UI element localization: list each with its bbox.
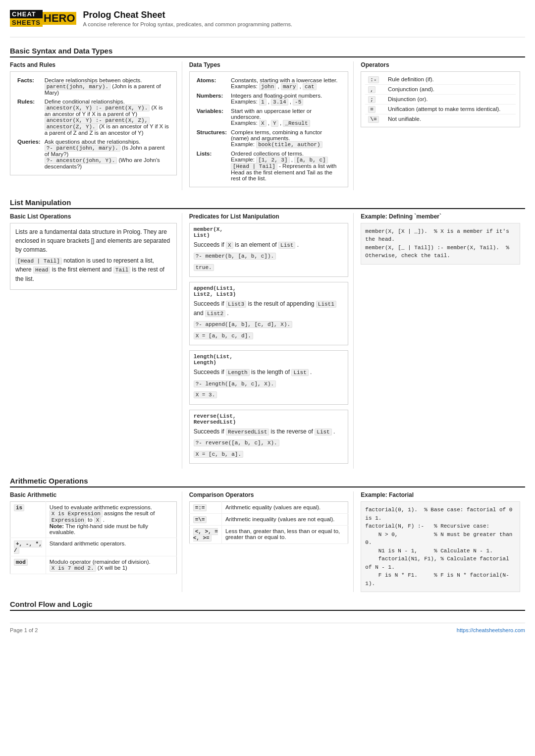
- table-row: +, -, *,/ Standard arithmetic operators.: [10, 538, 177, 556]
- op-desc: Rule definition (if).: [385, 75, 516, 85]
- page-footer: Page 1 of 2 https://cheatsheetshero.com: [10, 623, 525, 633]
- table-row: Numbers: Integers and floating-point num…: [195, 91, 343, 107]
- facts-rules-col: Facts and Rules Facts: Declare relations…: [10, 61, 182, 190]
- member-name: member(X,List): [194, 226, 344, 238]
- length-ex2: X = 3.: [194, 390, 344, 399]
- comparison-table: =:= Arithmetic equality (values are equa…: [189, 501, 349, 544]
- op-desc: Unification (attempt to make terms ident…: [385, 104, 516, 114]
- table-row: Rules: Define conditional relationships.…: [15, 97, 171, 137]
- op-sym: \=: [365, 114, 385, 124]
- comparison-title: Comparison Operators: [189, 491, 349, 498]
- rules-label: Rules:: [15, 97, 43, 137]
- basic-syntax-title: Basic Syntax and Data Types: [10, 47, 525, 57]
- arith-cols: Basic Arithmetic is Used to evaluate ari…: [10, 491, 525, 592]
- member-example-code: member(X, [X | _]). % X is a member if i…: [361, 223, 520, 265]
- operators-table: :- Rule definition (if). , Conjunction (…: [365, 75, 516, 124]
- logo-hero: HERO: [43, 12, 76, 25]
- lists-ex2: [Head | Tail]: [231, 163, 277, 170]
- facts-rules-title: Facts and Rules: [10, 61, 177, 68]
- member-pred: member(X,List) Succeeds if X is an eleme…: [189, 223, 349, 277]
- structures-label: Structures:: [195, 128, 229, 149]
- control-flow-title: Control Flow and Logic: [10, 600, 525, 611]
- basic-list-ops-title: Basic List Operations: [10, 213, 177, 220]
- table-row: ; Disjunction (or).: [365, 94, 516, 104]
- table-row: \= Not unifiable.: [365, 114, 516, 124]
- table-row: =\= Arithmetic inequality (values are no…: [189, 514, 348, 526]
- atoms-ex: Examples: john , mary , cat: [231, 83, 317, 89]
- queries-content: Ask questions about the relationships. ?…: [43, 137, 171, 171]
- op-desc: Not unifiable.: [385, 114, 516, 124]
- member-ex1: ?- member(b, [a, b, c]).: [194, 251, 344, 261]
- arithmetic-title: Arithmetic Operations: [10, 477, 525, 487]
- reverse-ex2: X = [c, b, a].: [194, 449, 344, 459]
- page-number: Page 1 of 2: [10, 627, 38, 633]
- mod-desc: Modulo operator (remainder of division).…: [46, 556, 176, 574]
- logo: CHEAT SHEETS HERO: [10, 10, 76, 27]
- neq-op: =\=: [189, 514, 221, 526]
- length-pred: length(List,Length) Succeeds if Length i…: [189, 350, 349, 405]
- structures-content: Complex terms, combining a functor (name…: [229, 128, 343, 149]
- append-desc: Succeeds if List3 is the result of appen…: [194, 299, 344, 318]
- op-desc: Conjunction (and).: [385, 84, 516, 94]
- variables-label: Variables:: [195, 107, 229, 128]
- member-example-title: Example: Defining `member`: [361, 213, 520, 220]
- numbers-content: Integers and floating-point numbers. Exa…: [229, 91, 343, 107]
- reverse-desc: Succeeds if ReversedList is the reverse …: [194, 427, 344, 436]
- page-header: CHEAT SHEETS HERO Prolog Cheat Sheet A c…: [10, 10, 525, 38]
- basic-arith-title: Basic Arithmetic: [10, 491, 177, 498]
- basic-list-desc2: [Head | Tail] notation is used to repres…: [15, 256, 171, 283]
- append-ex2: X = [a, b, c, d].: [194, 331, 344, 340]
- table-row: Facts: Declare relationships between obj…: [15, 76, 171, 97]
- length-ex1: ?- length([a, b, c], X).: [194, 379, 344, 388]
- list-predicates-col: Predicates for List Manipulation member(…: [182, 213, 354, 469]
- table-row: is Used to evaluate arithmetic expressio…: [10, 502, 177, 538]
- queries-ex2: ?- ancestor(john, Y).: [45, 157, 117, 164]
- facts-desc: Declare relationships between objects.: [45, 77, 142, 83]
- table-row: :- Rule definition (if).: [365, 75, 516, 85]
- rules-ex1: ancestor(X, Y) :- parent(X, Y).: [45, 105, 150, 111]
- reverse-pred: reverse(List,ReversedList) Succeeds if R…: [189, 410, 349, 464]
- list-manip-cols: Basic List Operations Lists are a fundam…: [10, 213, 525, 469]
- queries-ex1: ?- parent(john, mary).: [45, 145, 120, 152]
- queries-label: Queries:: [15, 137, 43, 171]
- member-desc: Succeeds if X is an element of List .: [194, 240, 344, 250]
- basic-list-ops-box: Lists are a fundamental data structure i…: [10, 223, 177, 290]
- table-row: Atoms: Constants, starting with a lowerc…: [195, 76, 343, 91]
- table-row: Queries: Ask questions about the relatio…: [15, 137, 171, 171]
- neq-desc: Arithmetic inequality (values are not eq…: [221, 514, 348, 526]
- op-sym: =: [365, 104, 385, 114]
- logo-cheat: CHEAT: [10, 10, 43, 18]
- basic-list-ops-col: Basic List Operations Lists are a fundam…: [10, 213, 182, 469]
- table-row: , Conjunction (and).: [365, 84, 516, 94]
- factorial-code: factorial(0, 1). % Base case: factorial …: [361, 501, 520, 592]
- cmp-desc: Less than, greater than, less than or eq…: [221, 526, 348, 544]
- numbers-desc: Integers and floating-point numbers.: [231, 93, 322, 99]
- lists-content: Ordered collections of terms. Example: […: [229, 149, 343, 183]
- is-op: is: [10, 502, 46, 538]
- table-row: Structures: Complex terms, combining a f…: [195, 128, 343, 149]
- header-text: Prolog Cheat Sheet A concise reference f…: [83, 10, 293, 31]
- op-sym: ;: [365, 94, 385, 104]
- data-types-col: Data Types Atoms: Constants, starting wi…: [182, 61, 354, 190]
- is-desc: Used to evaluate arithmetic expressions.…: [46, 502, 176, 538]
- lists-ex1: Example: [1, 2, 3] , [a, b, c]: [231, 157, 328, 162]
- facts-rules-box: Facts: Declare relationships between obj…: [10, 71, 177, 175]
- structures-desc: Complex terms, combining a functor (name…: [231, 129, 322, 141]
- arith-ops: +, -, *,/: [10, 538, 46, 556]
- rules-content: Define conditional relationships. ancest…: [43, 97, 171, 137]
- variables-desc: Start with an uppercase letter or unders…: [231, 108, 312, 120]
- mod-op: mod: [10, 556, 46, 574]
- append-ex1: ?- append([a, b], [c, d], X).: [194, 320, 344, 329]
- reverse-name: reverse(List,ReversedList): [194, 413, 344, 425]
- basic-arith-col: Basic Arithmetic is Used to evaluate ari…: [10, 491, 182, 592]
- table-row: Lists: Ordered collections of terms. Exa…: [195, 149, 343, 183]
- atoms-label: Atoms:: [195, 76, 229, 91]
- footer-link[interactable]: https://cheatsheetshero.com: [457, 627, 525, 633]
- length-name: length(List,Length): [194, 354, 344, 366]
- variables-content: Start with an uppercase letter or unders…: [229, 107, 343, 128]
- head-tail-notation: [Head | Tail]: [15, 258, 62, 265]
- member-example-col: Example: Defining `member` member(X, [X …: [353, 213, 525, 469]
- op-sym: ,: [365, 84, 385, 94]
- append-name: append(List1,List2, List3): [194, 285, 344, 297]
- facts-content: Declare relationships between objects. p…: [43, 76, 171, 97]
